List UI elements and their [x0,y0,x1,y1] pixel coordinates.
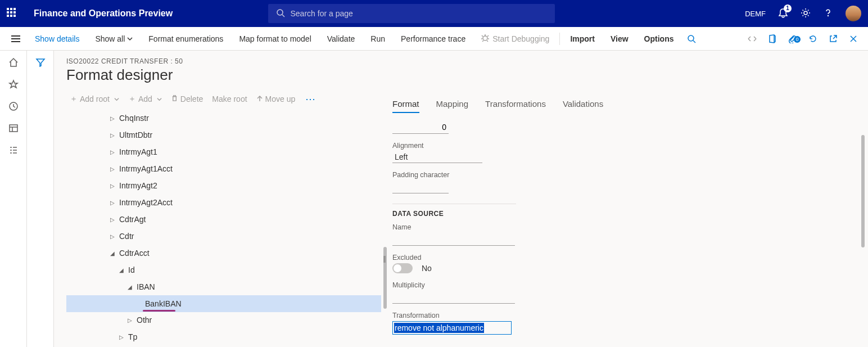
expand-collapse-icon[interactable]: ◢ [117,267,126,273]
tab-mapping[interactable]: Mapping [436,99,469,113]
performance-trace-button[interactable]: Performance trace [393,27,473,50]
expand-icon[interactable]: ▷ [108,149,117,155]
tree-node[interactable]: ▷IntrmyAgt1 [66,143,381,160]
chevron-down-icon [127,34,133,43]
tree-node[interactable]: ◢CdtrAcct [66,245,381,262]
tree-node-label: Cdtr [119,232,134,241]
multiplicity-input[interactable] [392,291,515,304]
tree-node[interactable]: ▷Othr [66,312,381,328]
numeric-field[interactable] [392,121,449,134]
options-button[interactable]: Options [636,27,682,50]
tree-node-label: IntrmyAgt1 [119,147,157,156]
attachments-icon[interactable]: 0 [783,34,803,43]
page-title: Format designer [66,66,381,84]
alignment-value[interactable]: Left [392,151,482,163]
settings-icon[interactable] [801,8,811,20]
svg-point-2 [804,11,807,15]
company-label[interactable]: DEMF [745,10,766,18]
page-scrollbar[interactable] [861,135,865,247]
name-label: Name [392,223,856,231]
app-launcher-icon[interactable] [7,8,18,19]
format-form: Alignment Left Padding character DATA SO… [392,121,856,335]
transformation-value: remove not alphanumeric [394,323,484,333]
main-area: ISO20022 CREDIT TRANSFER : 50 Format des… [0,51,868,347]
alignment-label: Alignment [392,142,856,150]
command-bar: Show details Show all Format enumeration… [0,27,868,51]
tab-format[interactable]: Format [392,99,419,113]
office-icon[interactable] [762,34,783,43]
expand-icon[interactable]: ▷ [108,217,117,223]
tab-validations[interactable]: Validations [563,99,603,113]
expand-collapse-icon[interactable]: ◢ [108,250,117,256]
expand-icon[interactable]: ▷ [108,233,117,240]
map-format-button[interactable]: Map format to model [231,27,319,50]
format-enumerations-button[interactable]: Format enumerations [141,27,231,50]
popout-icon[interactable] [823,34,843,43]
add-button[interactable]: ＋Add [125,92,165,106]
tree-node-label: CdtrAcct [119,249,150,258]
excluded-toggle[interactable] [392,263,413,273]
user-avatar[interactable] [846,6,861,21]
filter-icon[interactable] [35,57,46,347]
tree-node[interactable]: ◢IBAN [66,278,381,295]
tree-scrollbar[interactable] [383,247,387,309]
workspaces-icon[interactable] [8,123,19,135]
move-up-button[interactable]: Move up [253,92,299,106]
top-nav-bar: Finance and Operations Preview DEMF 1 [0,0,868,27]
tree-toolbar: ＋Add root ＋Add Delete Make root Move up … [66,92,381,106]
global-search[interactable] [268,4,555,23]
import-button[interactable]: Import [562,27,603,50]
help-icon[interactable] [823,8,833,20]
tree-node[interactable]: ▷Tp [66,328,381,345]
expand-icon[interactable]: ▷ [108,115,117,121]
expand-icon[interactable]: ▷ [108,183,117,189]
multiplicity-label: Multiplicity [392,281,856,289]
tree-node[interactable]: ▷ChqInstr [66,110,381,127]
nav-menu-icon[interactable] [4,27,27,51]
favorite-icon[interactable] [8,79,19,91]
tree-node[interactable]: ▷IntrmyAgt2 [66,177,381,194]
show-all-button[interactable]: Show all [87,27,141,50]
run-button[interactable]: Run [363,27,393,50]
tree-node[interactable]: ▷CdtrAgt [66,211,381,228]
tree-node[interactable]: ▷UltmtDbtr [66,127,381,143]
view-button[interactable]: View [603,27,636,50]
add-root-button[interactable]: ＋Add root [66,92,123,106]
show-details-button[interactable]: Show details [27,27,87,50]
filter-rail [27,51,54,347]
tree-node[interactable]: BankIBAN [66,295,381,312]
transformation-dropdown[interactable]: remove not alphanumeric [392,321,512,335]
expand-icon[interactable]: ▷ [117,334,126,340]
validate-button[interactable]: Validate [319,27,363,50]
collapse-icon[interactable] [742,35,762,42]
tree-node[interactable]: ▷Cdtr [66,228,381,245]
modules-icon[interactable] [8,145,19,157]
expand-collapse-icon[interactable]: ◢ [125,284,134,290]
home-icon[interactable] [8,57,19,69]
padding-input[interactable] [392,181,449,193]
expand-icon[interactable]: ▷ [108,166,117,172]
tree-node[interactable]: ◢Id [66,262,381,278]
expand-icon[interactable]: ▷ [108,200,117,206]
make-root-button[interactable]: Make root [209,92,250,106]
tab-transformations[interactable]: Transformations [485,99,546,113]
recent-icon[interactable] [8,101,19,113]
expand-icon[interactable]: ▷ [108,132,117,138]
tree-node[interactable]: ▷IntrmyAgt2Acct [66,194,381,211]
start-debugging-button[interactable]: Start Debugging [473,27,557,50]
more-actions-icon[interactable]: ⋯ [301,93,320,105]
tree-node[interactable]: ▷IntrmyAgt1Acct [66,160,381,177]
svg-point-4 [483,36,487,40]
tree-node-label: IntrmyAgt2Acct [119,198,173,207]
excluded-value: No [422,264,432,273]
refresh-icon[interactable] [803,34,823,43]
notifications-icon[interactable]: 1 [778,8,788,20]
close-icon[interactable] [843,34,864,43]
tree-node-label: Tp [128,332,137,341]
svg-point-5 [688,35,694,41]
name-input[interactable] [392,233,515,246]
find-icon[interactable] [681,34,702,43]
search-input[interactable] [291,9,547,18]
expand-icon[interactable]: ▷ [125,317,134,323]
delete-button[interactable]: Delete [168,92,206,106]
